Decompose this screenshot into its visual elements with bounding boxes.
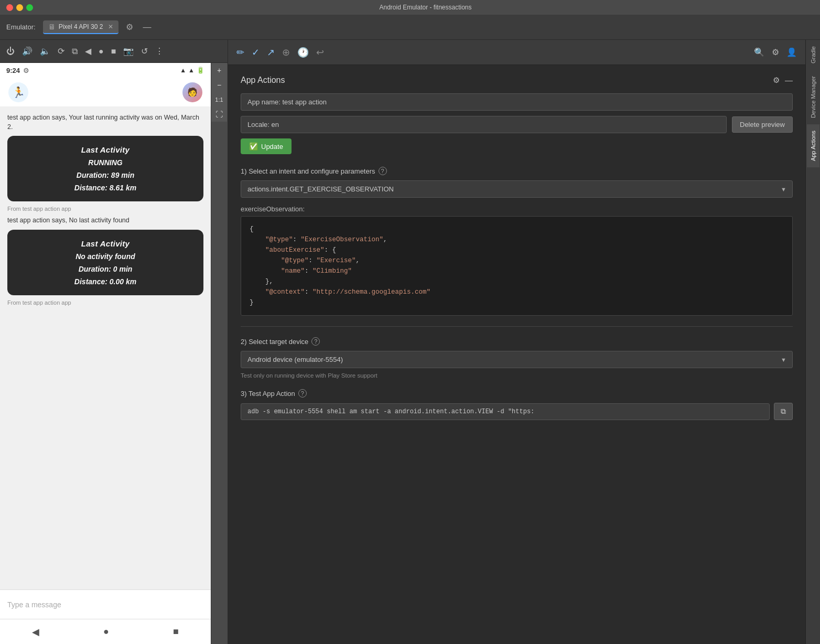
- device-hint: Test only on running device with Play St…: [241, 372, 793, 379]
- search-icon[interactable]: 🔍: [754, 47, 764, 57]
- zoom-out-button[interactable]: −: [211, 78, 227, 92]
- app-actions-panel: ✏ ✓ ↗ ⊕ 🕐 ↩ 🔍 ⚙ 👤 App Actions ⚙ —: [228, 40, 805, 644]
- intent-select[interactable]: actions.intent.GET_EXERCISE_OBSERVATION: [241, 180, 793, 198]
- rotate-icon[interactable]: ⟳: [58, 46, 64, 56]
- card2-type: No activity found: [75, 252, 135, 261]
- camera-icon[interactable]: 📷: [123, 46, 134, 56]
- device-select[interactable]: Android device (emulator-5554): [241, 351, 793, 368]
- phone-bottom-bar: ◀ ● ■: [0, 619, 211, 644]
- settings-icon[interactable]: ⚙: [772, 47, 779, 57]
- undo-icon[interactable]: ↺: [141, 46, 148, 56]
- activity-card-1: Last Activity RUNNING Duration: 89 min D…: [7, 136, 203, 201]
- section2-text: 2) Select target device: [241, 338, 308, 346]
- status-time: 9:24: [6, 67, 20, 74]
- emulator-content-row: 9:24 ⚙ ▲ ▲ 🔋 🏃 🧑 test app act: [0, 63, 228, 644]
- pin-icon[interactable]: ⊕: [282, 47, 290, 58]
- check-icon[interactable]: ✓: [252, 47, 260, 58]
- aa-content: App Actions ⚙ — Delete preview ✅ Update: [228, 65, 805, 644]
- card1-duration: Duration: 89 min: [77, 171, 134, 179]
- section3-label: 3) Test App Action ?: [241, 389, 793, 398]
- arrow-up-icon[interactable]: ↗: [267, 47, 275, 58]
- back-icon[interactable]: ◀: [85, 46, 91, 56]
- pencil-icon[interactable]: ✏: [236, 47, 244, 58]
- avatar: 🧑: [182, 82, 202, 102]
- phone-screen: 9:24 ⚙ ▲ ▲ 🔋 🏃 🧑 test app act: [0, 63, 211, 644]
- volume-down-icon[interactable]: 🔈: [40, 46, 50, 56]
- device-tab[interactable]: 🖥 Pixel 4 API 30 2 ✕: [43, 20, 119, 34]
- card1-type: RUNNING: [88, 158, 122, 167]
- section2-label: 2) Select target device ?: [241, 337, 793, 346]
- section1-text: 1) Select an intent and configure parame…: [241, 167, 375, 175]
- message-input-bar: Type a message: [0, 589, 211, 619]
- message-input[interactable]: Type a message: [7, 600, 203, 609]
- nav-back-button[interactable]: ◀: [21, 622, 50, 642]
- profile-icon[interactable]: 👤: [786, 47, 797, 57]
- window-title: Android Emulator - fitnessactions: [37, 4, 814, 11]
- json-editor[interactable]: { "@type": "ExerciseObservation", "about…: [241, 216, 793, 316]
- card1-distance: Distance: 8.61 km: [74, 184, 136, 192]
- aa-minimize-icon[interactable]: —: [785, 76, 793, 85]
- recents-icon[interactable]: ■: [111, 47, 116, 56]
- wifi-icon: ▲: [180, 67, 186, 74]
- maximize-button[interactable]: [26, 4, 33, 11]
- toolbar-minimize-icon[interactable]: —: [141, 20, 153, 34]
- volume-up-icon[interactable]: 🔊: [22, 46, 33, 56]
- card2-distance: Distance: 0.00 km: [74, 277, 136, 286]
- zoom-expand-button[interactable]: ⛶: [211, 107, 227, 122]
- gradle-tab[interactable]: Gradle: [807, 40, 819, 70]
- locale-row: Delete preview: [241, 116, 793, 133]
- nav-recent-button[interactable]: ■: [163, 622, 189, 641]
- battery-icon: 🔋: [197, 67, 204, 74]
- undo-icon[interactable]: ↩: [316, 47, 324, 58]
- chat-area: test app action says, Your last running …: [0, 107, 211, 589]
- section1-help-icon[interactable]: ?: [379, 167, 387, 175]
- card2-duration: Duration: 0 min: [79, 265, 133, 273]
- zoom-ratio-button[interactable]: 1:1: [211, 92, 227, 107]
- main-toolbar: Emulator: 🖥 Pixel 4 API 30 2 ✕ ⚙ —: [0, 15, 820, 40]
- update-button-label: Update: [261, 143, 283, 151]
- status-settings-icon[interactable]: ⚙: [23, 67, 29, 74]
- traffic-lights[interactable]: [6, 4, 33, 11]
- device-icon: 🖥: [48, 23, 56, 31]
- section3-help-icon[interactable]: ?: [298, 389, 307, 398]
- aa-header-icons: ⚙ —: [773, 76, 793, 85]
- signal-icon: ▲: [188, 67, 195, 74]
- device-manager-tab[interactable]: Device Manager: [807, 70, 819, 124]
- chat-message-1: test app action says, Your last running …: [7, 113, 203, 132]
- update-button[interactable]: ✅ Update: [241, 138, 292, 154]
- card1-title: Last Activity: [81, 145, 130, 154]
- power-icon[interactable]: ⏻: [6, 47, 15, 56]
- close-button[interactable]: [6, 4, 13, 11]
- aa-toolbar: ✏ ✓ ↗ ⊕ 🕐 ↩ 🔍 ⚙ 👤: [228, 40, 805, 65]
- toolbar-gear-icon[interactable]: ⚙: [124, 20, 135, 34]
- section2-help-icon[interactable]: ?: [311, 337, 320, 346]
- copy-button[interactable]: ⧉: [774, 403, 793, 420]
- minimize-button[interactable]: [16, 4, 23, 11]
- zoom-in-button[interactable]: +: [211, 63, 227, 78]
- phone-status-bar: 9:24 ⚙ ▲ ▲ 🔋: [0, 63, 211, 78]
- app-actions-tab[interactable]: App Actions: [807, 124, 819, 167]
- more-icon[interactable]: ⋮: [155, 46, 164, 56]
- card2-title: Last Activity: [81, 239, 130, 248]
- aa-header: App Actions ⚙ —: [241, 76, 793, 85]
- device-select-wrapper: Android device (emulator-5554): [241, 351, 793, 368]
- aa-gear-icon[interactable]: ⚙: [773, 76, 780, 85]
- close-tab-icon[interactable]: ✕: [108, 23, 113, 30]
- delete-preview-button[interactable]: Delete preview: [732, 116, 793, 133]
- app-name-input[interactable]: [241, 93, 793, 111]
- home-icon[interactable]: ●: [99, 47, 104, 56]
- command-input[interactable]: [241, 403, 770, 420]
- emulator-label: Emulator:: [6, 23, 36, 31]
- param-label: exerciseObservation:: [241, 205, 793, 213]
- side-tabs: Gradle Device Manager App Actions: [805, 40, 820, 644]
- fold-icon[interactable]: ⧉: [72, 47, 78, 56]
- clock-icon[interactable]: 🕐: [297, 47, 309, 58]
- nav-home-button[interactable]: ●: [93, 622, 120, 641]
- emulator-toolbar: ⏻ 🔊 🔈 ⟳ ⧉ ◀ ● ■ 📷 ↺ ⋮: [0, 40, 228, 63]
- emulator-panel: ⏻ 🔊 🔈 ⟳ ⧉ ◀ ● ■ 📷 ↺ ⋮ 9:24 ⚙: [0, 40, 228, 644]
- section-divider: [241, 326, 793, 327]
- zoom-controls: + − 1:1 ⛶: [211, 63, 228, 644]
- locale-input[interactable]: [241, 116, 727, 133]
- main-content: ⏻ 🔊 🔈 ⟳ ⧉ ◀ ● ■ 📷 ↺ ⋮ 9:24 ⚙: [0, 40, 820, 644]
- command-row: ⧉: [241, 403, 793, 420]
